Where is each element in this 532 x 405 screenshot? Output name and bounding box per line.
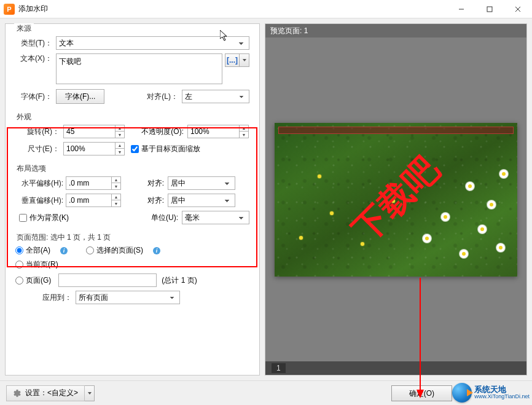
chevron-down-icon[interactable]: ▼: [112, 200, 120, 206]
align2-label: 对齐:: [121, 195, 164, 206]
align-select[interactable]: 左: [182, 90, 249, 103]
preview-page: 下载吧: [275, 123, 517, 277]
opacity-label: 不透明度(O):: [128, 127, 184, 137]
opacity-input[interactable]: [188, 125, 239, 138]
type-select[interactable]: 文本: [56, 36, 249, 50]
scale-relative-checkbox[interactable]: 基于目标页面缩放: [131, 144, 200, 154]
branding-logo: 系统天地 www.XiTongTianDi.net: [452, 383, 530, 403]
flower-icon: [460, 250, 468, 258]
flower-icon: [423, 234, 431, 243]
group-appearance: 外观 旋转(R)： ▲▼ 不透明度(O): ▲▼ 尺寸(E)：: [9, 116, 256, 164]
group-appearance-title: 外观: [14, 112, 34, 122]
flower-icon: [299, 236, 303, 240]
radio-selected[interactable]: 选择的页面(S): [86, 245, 143, 256]
info-icon[interactable]: i: [153, 247, 160, 254]
chevron-down-icon[interactable]: ▼: [115, 149, 124, 155]
as-bg-check[interactable]: [19, 214, 27, 222]
group-source: 来源 类型(T)： 文本 文本(X)： 下载吧 [...] 字体(F)： 字体(…: [9, 28, 256, 112]
preview-header: 预览页面: 1: [265, 24, 526, 37]
applyto-label: 应用到：: [15, 293, 72, 303]
as-bg-checkbox[interactable]: 作为背景(K): [19, 213, 69, 223]
svg-rect-1: [487, 7, 492, 12]
hoffset-spinner[interactable]: ▲▼: [66, 176, 121, 190]
radio-current[interactable]: 当前页(R): [15, 259, 58, 270]
title-bar: P 添加水印: [0, 0, 532, 18]
ok-button[interactable]: 确定(O): [391, 385, 452, 401]
chevron-up-icon[interactable]: ▲: [240, 125, 248, 132]
group-source-title: 来源: [14, 23, 34, 34]
scale-input[interactable]: [64, 143, 115, 155]
app-icon: P: [4, 4, 15, 15]
flower-icon: [466, 182, 474, 191]
group-pagerange: 页面范围: 选中 1 页，共 1 页 全部(A) i 选择的页面(S) i 当前…: [9, 237, 256, 313]
chevron-up-icon[interactable]: ▲: [112, 194, 120, 200]
group-layout-title: 布局选项: [14, 163, 49, 174]
settings-label: 设置：<自定义>: [25, 388, 78, 398]
rotate-label: 旋转(R)：: [15, 127, 60, 137]
branding-en: www.XiTongTianDi.net: [474, 394, 530, 400]
page-indicator: 1: [265, 361, 526, 375]
gear-icon: [13, 389, 22, 398]
font-button[interactable]: 字体(F)...: [56, 89, 104, 104]
voffset-label: 垂直偏移(H):: [15, 195, 63, 206]
as-bg-label: 作为背景(K): [29, 213, 69, 223]
align-label: 对齐(L)：: [141, 92, 178, 102]
chevron-down-icon[interactable]: ▼: [112, 183, 120, 189]
preview-area: 下载吧: [265, 37, 526, 361]
flower-icon: [478, 225, 487, 234]
scale-spinner[interactable]: ▲▼: [63, 142, 125, 155]
info-icon[interactable]: i: [60, 247, 68, 254]
chevron-up-icon[interactable]: ▲: [112, 177, 120, 183]
voffset-input[interactable]: [66, 194, 111, 206]
hoffset-input[interactable]: [66, 177, 111, 189]
type-label: 类型(T)：: [15, 38, 52, 49]
align1-label: 对齐:: [121, 178, 164, 189]
radio-pages[interactable]: 页面(G): [15, 275, 51, 286]
rotate-spinner[interactable]: ▲▼: [63, 125, 125, 138]
settings-dropdown-button[interactable]: [85, 385, 95, 401]
browse-text-button[interactable]: [...]: [225, 53, 240, 67]
maximize-button[interactable]: [475, 0, 504, 18]
applyto-select[interactable]: 所有页面: [76, 291, 180, 304]
unit-select[interactable]: 毫米: [182, 211, 249, 224]
scale-relative-check[interactable]: [131, 145, 139, 153]
opacity-spinner[interactable]: ▲▼: [187, 125, 249, 138]
flower-icon: [441, 213, 450, 221]
align1-select[interactable]: 居中: [168, 176, 235, 190]
flower-icon: [499, 170, 508, 178]
right-pane: 预览页面: 1 下载吧 1: [265, 23, 527, 376]
rotate-input[interactable]: [64, 125, 115, 138]
arrow-icon: [467, 389, 473, 396]
flower-icon: [330, 211, 334, 215]
left-pane: 来源 类型(T)： 文本 文本(X)： 下载吧 [...] 字体(F)： 字体(…: [5, 23, 260, 376]
flower-icon: [318, 175, 321, 178]
window-title: 添加水印: [18, 4, 48, 14]
minimize-button[interactable]: [447, 0, 475, 18]
settings-button[interactable]: 设置：<自定义>: [6, 385, 85, 401]
pages-hint: (总计 1 页): [162, 275, 197, 286]
content-area: 来源 类型(T)： 文本 文本(X)： 下载吧 [...] 字体(F)： 字体(…: [0, 18, 532, 380]
flower-icon: [361, 242, 364, 246]
chevron-up-icon[interactable]: ▲: [115, 125, 124, 132]
scale-label: 尺寸(E)：: [15, 144, 60, 154]
flower-icon: [496, 243, 505, 252]
demo-banner: [278, 127, 514, 134]
unit-label: 单位(U):: [135, 213, 178, 223]
hoffset-label: 水平偏移(H):: [15, 178, 63, 189]
chevron-down-icon[interactable]: ▼: [240, 132, 248, 138]
text-input[interactable]: 下载吧: [56, 53, 222, 84]
chevron-up-icon[interactable]: ▲: [115, 143, 124, 149]
pages-input[interactable]: [58, 273, 157, 287]
radio-all[interactable]: 全部(A): [15, 245, 50, 256]
flower-icon: [487, 200, 496, 209]
font-label: 字体(F)：: [15, 92, 52, 102]
group-pagerange-title: 页面范围: 选中 1 页，共 1 页: [14, 232, 113, 243]
close-button[interactable]: [504, 0, 532, 18]
globe-icon: [452, 383, 472, 403]
group-layout: 布局选项 水平偏移(H): ▲▼ 对齐: 居中 垂直偏移(H): ▲▼: [9, 168, 256, 233]
browse-dropdown-button[interactable]: [240, 53, 249, 67]
voffset-spinner[interactable]: ▲▼: [66, 194, 121, 207]
align2-select[interactable]: 居中: [168, 194, 235, 207]
text-label: 文本(X)：: [15, 53, 52, 64]
chevron-down-icon[interactable]: ▼: [115, 132, 124, 138]
